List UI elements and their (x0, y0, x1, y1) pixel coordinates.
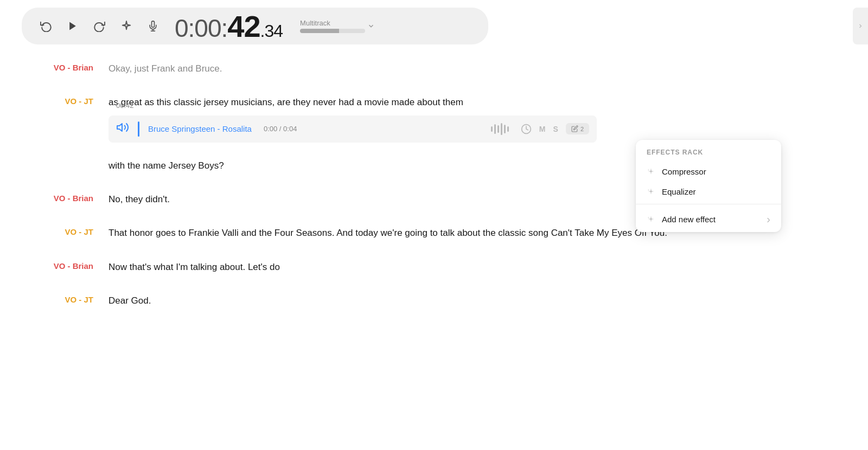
media-player-block: 00:42 Bruce Springsteen - Rosalita 0:00 … (33, 115, 835, 143)
transport-time: 0:00:42.34 (175, 9, 283, 44)
equalizer-label: Equalizer (662, 187, 696, 196)
multitrack-selector[interactable]: Multitrack (300, 19, 376, 33)
sparkle-icon-1 (647, 168, 655, 176)
media-mute-button[interactable]: M (539, 125, 546, 133)
line-text-6: Now that's what I'm talking about. Let's… (108, 260, 835, 274)
sparkle-icon-3 (647, 215, 655, 224)
transcript-line-1: VO - Brian Okay, just Frank and Bruce. (33, 52, 835, 86)
multitrack-label: Multitrack (300, 19, 365, 27)
effects-rack-compressor[interactable]: Compressor (636, 162, 781, 182)
play-button[interactable] (64, 18, 81, 34)
line-text-1: Okay, just Frank and Bruce. (108, 62, 835, 76)
transcript-line-7: VO - JT Dear God. (33, 284, 835, 318)
transport-bar: 0:00:42.34 Multitrack (22, 8, 488, 44)
speaker-empty-3 (33, 159, 108, 160)
time-main: 42 (227, 9, 260, 44)
media-restart-button[interactable] (521, 124, 532, 134)
effects-rack-equalizer[interactable]: Equalizer (636, 182, 781, 202)
speaker-vo-brian-1: VO - Brian (33, 62, 108, 72)
svg-marker-0 (69, 22, 76, 30)
rewind-button[interactable] (37, 18, 55, 34)
right-edge-indicator (853, 8, 868, 44)
media-track-name[interactable]: Bruce Springsteen - Rosalita (148, 124, 252, 133)
transcript-line-6: VO - Brian Now that's what I'm talking a… (33, 250, 835, 284)
media-player: 00:42 Bruce Springsteen - Rosalita 0:00 … (108, 115, 597, 143)
svg-marker-3 (117, 124, 122, 131)
media-solo-button[interactable]: S (553, 125, 558, 133)
compressor-label: Compressor (662, 167, 706, 176)
sparkle-equalizer-icon (647, 188, 655, 196)
media-controls: M S 2 (521, 123, 589, 134)
media-duration: 0:00 / 0:04 (264, 125, 297, 133)
effects-rack-add-button[interactable]: Add new effect › (636, 207, 781, 232)
speaker-vo-brian-6: VO - Brian (33, 260, 108, 271)
sparkle-icon-2 (647, 188, 655, 196)
line-text-7: Dear God. (108, 294, 835, 308)
right-edge-icon (857, 23, 864, 29)
chevron-down-icon (367, 22, 375, 30)
media-track-divider (138, 121, 139, 137)
time-decimal: .34 (260, 21, 283, 41)
line-text-2: as great as this classic jersey musician… (108, 95, 835, 110)
pencil-icon (571, 125, 578, 132)
time-prefix: 0:00: (175, 14, 227, 43)
speaker-vo-jt-7: VO - JT (33, 294, 108, 304)
effects-rack-divider (636, 204, 781, 204)
media-edit-button[interactable]: 2 (566, 123, 589, 134)
multitrack-progress-bar (300, 29, 365, 33)
sparkle-add-icon (647, 215, 655, 224)
effects-rack-title: EFFECTS RACK (636, 140, 781, 162)
volume-icon[interactable] (116, 121, 129, 137)
mic-button[interactable] (144, 18, 162, 34)
sparkle-compressor-icon (647, 168, 655, 176)
speaker-vo-brian-4: VO - Brian (33, 192, 108, 203)
sparkle-button[interactable] (117, 18, 136, 34)
speaker-vo-jt-5: VO - JT (33, 226, 108, 236)
forward-button[interactable] (90, 18, 108, 34)
chevron-right-icon: › (767, 213, 770, 226)
effects-rack-popup: EFFECTS RACK Compressor Equalizer (636, 140, 781, 232)
add-effect-label: Add new effect (662, 215, 716, 224)
media-timestamp: 00:42 (116, 101, 134, 110)
media-waveform (491, 123, 509, 135)
speaker-vo-jt-2: VO - JT (33, 95, 108, 106)
edit-count: 2 (580, 126, 584, 132)
